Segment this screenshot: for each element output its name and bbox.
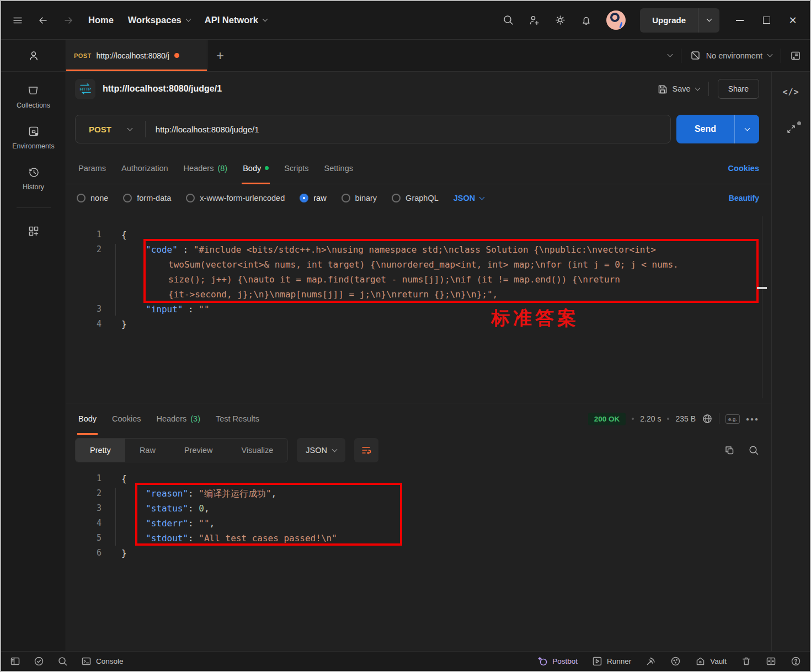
response-size[interactable]: 235 B — [675, 414, 696, 423]
response-tab-cookies[interactable]: Cookies — [104, 403, 148, 434]
window-maximize-button[interactable] — [760, 17, 772, 24]
editor-scrollbar-thumb[interactable] — [757, 287, 767, 289]
settings-gear-icon[interactable] — [554, 14, 566, 26]
upgrade-button[interactable]: Upgrade — [640, 8, 719, 33]
body-mode-raw[interactable]: raw — [300, 194, 326, 202]
beautify-link[interactable]: Beautify — [729, 194, 759, 202]
save-example-icon[interactable]: e.g. — [725, 414, 740, 424]
trash-icon[interactable] — [741, 656, 751, 666]
nav-api-network[interactable]: API Network — [205, 15, 267, 25]
cookies-link[interactable]: Cookies — [728, 164, 759, 173]
tab-list-chevron-icon[interactable] — [667, 52, 673, 57]
vault-button[interactable]: Vault — [695, 656, 727, 666]
notification-dot — [797, 121, 801, 125]
status-check-icon[interactable] — [34, 656, 44, 666]
request-tab-authorization[interactable]: Authorization — [114, 152, 176, 184]
save-button[interactable]: Save — [657, 84, 700, 94]
help-icon[interactable] — [791, 656, 801, 666]
body-mode-row: noneform-datax-www-form-urlencodedrawbin… — [66, 184, 771, 212]
sidebar-add-module-button[interactable] — [27, 225, 40, 238]
new-tab-button[interactable]: + — [207, 40, 233, 71]
request-tab-params[interactable]: Params — [71, 152, 114, 184]
body-mode-none[interactable]: none — [77, 194, 108, 202]
wrap-lines-button[interactable] — [354, 438, 378, 462]
body-mode-binary[interactable]: binary — [342, 194, 377, 202]
environment-quick-look-icon[interactable] — [790, 50, 801, 61]
highlight-box-code — [143, 239, 759, 303]
capture-requests-icon[interactable] — [645, 656, 656, 666]
line-number: 6 — [66, 546, 105, 561]
sidebar-item-collections[interactable]: Collections — [17, 84, 50, 109]
body-mode-graphql[interactable]: GraphQL — [392, 194, 439, 202]
sidebar-item-label: Collections — [17, 102, 50, 109]
postbot-button[interactable]: Postbot — [537, 656, 578, 666]
request-tab-body[interactable]: Body — [235, 152, 276, 184]
response-tab-headers[interactable]: Headers(3) — [148, 403, 208, 434]
request-tab-headers[interactable]: Headers(8) — [176, 152, 236, 184]
collapse-panel-icon[interactable] — [786, 124, 797, 135]
hamburger-menu-icon[interactable] — [12, 15, 23, 26]
toggle-sidebar-icon[interactable] — [10, 656, 20, 666]
divider — [719, 413, 719, 424]
open-request-tab[interactable]: POST http://localhost:8080/j — [66, 40, 207, 71]
meta-dot — [632, 418, 634, 420]
share-button[interactable]: Share — [718, 79, 759, 99]
runner-button[interactable]: Runner — [592, 656, 631, 666]
user-avatar[interactable] — [606, 10, 626, 30]
tab-label: Body — [243, 164, 261, 173]
request-tab-scripts[interactable]: Scripts — [276, 152, 316, 184]
code-line: 6} — [66, 546, 771, 561]
invite-user-icon[interactable] — [529, 14, 540, 26]
two-pane-layout-icon[interactable] — [766, 656, 776, 666]
url-input[interactable]: http://localhost:8080/judge/1 — [146, 125, 269, 134]
save-dropdown-chevron-icon[interactable] — [695, 85, 700, 90]
response-view-preview[interactable]: Preview — [170, 439, 227, 462]
request-body-editor[interactable]: 1{2"code" : "#include <bits/stdc++.h>\nu… — [66, 212, 771, 403]
network-globe-icon[interactable] — [702, 413, 713, 424]
status-badge[interactable]: 200 OK — [588, 413, 626, 425]
response-tab-test-results[interactable]: Test Results — [208, 403, 267, 434]
copy-response-icon[interactable] — [724, 445, 735, 456]
upgrade-dropdown[interactable] — [698, 8, 719, 33]
request-tab-settings[interactable]: Settings — [317, 152, 361, 184]
response-language-selector[interactable]: JSON — [297, 438, 345, 462]
request-tabs: ParamsAuthorizationHeaders(8)BodyScripts… — [66, 152, 771, 184]
cookies-icon[interactable] — [670, 656, 681, 666]
language-label: JSON — [453, 194, 476, 202]
response-view-raw[interactable]: Raw — [125, 439, 170, 462]
sidebar-item-environments[interactable]: Environments — [12, 125, 54, 150]
response-view-visualize[interactable]: Visualize — [227, 439, 287, 462]
chevron-down-icon — [767, 52, 773, 57]
find-icon[interactable] — [57, 656, 68, 666]
code-line: 4} — [66, 317, 771, 332]
nav-workspaces[interactable]: Workspaces — [128, 15, 190, 25]
sidebar-item-history[interactable]: History — [23, 166, 44, 191]
search-response-icon[interactable] — [748, 445, 759, 456]
code-text: } — [105, 317, 127, 332]
environment-selector[interactable]: No environment — [690, 50, 772, 61]
response-view-pretty[interactable]: Pretty — [76, 439, 125, 462]
editor-scrollbar-track — [762, 216, 762, 398]
console-button[interactable]: Console — [81, 656, 124, 666]
method-selector[interactable]: POST — [76, 125, 145, 134]
response-time[interactable]: 2.20 s — [640, 414, 661, 423]
body-mode-form-data[interactable]: form-data — [123, 194, 171, 202]
nav-home[interactable]: Home — [88, 15, 114, 25]
response-tab-body[interactable]: Body — [71, 403, 104, 434]
sidebar-user-icon[interactable] — [1, 40, 66, 72]
window-close-button[interactable]: ✕ — [787, 15, 799, 25]
back-arrow-icon[interactable] — [38, 15, 49, 26]
body-language-selector[interactable]: JSON — [453, 194, 484, 202]
divider — [781, 49, 781, 63]
meta-dot — [667, 418, 669, 420]
send-options-chevron[interactable] — [735, 115, 759, 143]
window-minimize-button[interactable] — [734, 20, 746, 21]
response-body-editor[interactable]: 1{2"reason": "编译并运行成功",3"status": 0,4"st… — [66, 466, 771, 651]
code-snippet-icon[interactable]: </> — [782, 87, 799, 97]
notifications-bell-icon[interactable] — [580, 14, 592, 26]
search-icon[interactable] — [503, 14, 514, 26]
body-mode-x-www-form-urlencoded[interactable]: x-www-form-urlencoded — [186, 194, 285, 202]
forward-arrow-icon[interactable] — [63, 15, 74, 26]
more-options-icon[interactable]: ●●● — [746, 416, 759, 422]
send-button[interactable]: Send — [676, 115, 759, 143]
